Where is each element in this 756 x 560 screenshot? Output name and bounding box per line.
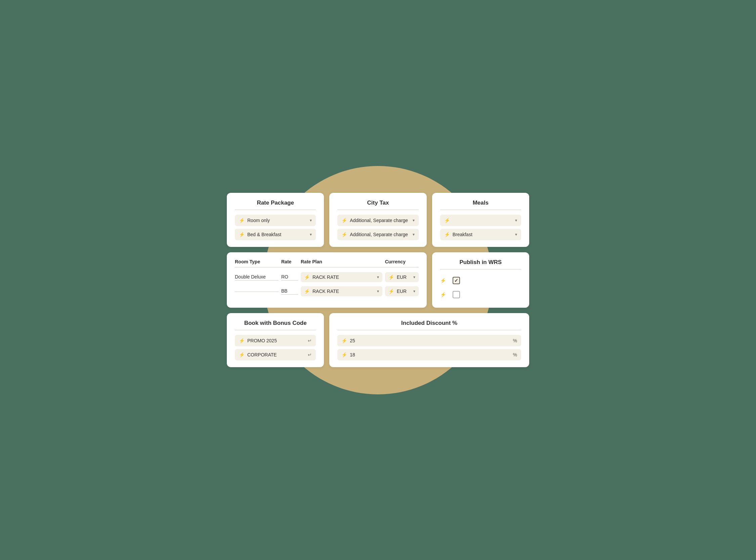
room-name-2 (235, 291, 279, 292)
chevron-down-icon-9: ▾ (377, 289, 379, 294)
chevron-down-icon-4: ▾ (413, 232, 415, 237)
city-tax-label-1: Additional, Separate charge (350, 218, 410, 223)
rate-plan-dropdown-1[interactable]: ⚡ RACK RATE ▾ (301, 272, 382, 282)
room-name-1: Double Deluxe (235, 274, 279, 280)
bolt-icon-9: ⚡ (304, 288, 310, 294)
bonus-code-row-2[interactable]: ⚡ CORPORATE ↵ (235, 349, 316, 360)
meals-row-1[interactable]: ⚡ ▾ (440, 215, 521, 226)
discount-row-2[interactable]: ⚡ 18 % (337, 349, 521, 360)
currency-label-1: EUR (397, 275, 411, 280)
bolt-icon-12: ⚡ (440, 292, 446, 297)
bolt-icon-16: ⚡ (341, 352, 347, 357)
rate-plan-label-2: RACK RATE (313, 288, 374, 294)
currency-dropdown-2[interactable]: ⚡ EUR ▾ (385, 286, 419, 296)
room-table-row-2: BB ⚡ RACK RATE ▾ ⚡ EUR ▾ (235, 284, 419, 298)
city-tax-label-2: Additional, Separate charge (350, 232, 410, 237)
room-table-header: Room Type Rate Rate Plan Currency (235, 259, 419, 267)
rate-package-label-2: Bed & Breakfast (247, 232, 307, 237)
bolt-icon-7: ⚡ (304, 275, 310, 280)
chevron-down-icon-6: ▾ (515, 232, 517, 237)
room-table-row-1: Double Deluxe RO ⚡ RACK RATE ▾ ⚡ EUR ▾ (235, 270, 419, 284)
rate-package-row-1[interactable]: ⚡ Room only ▾ (235, 215, 316, 226)
enter-icon-2: ↵ (308, 352, 312, 357)
outer-wrapper: Rate Package ⚡ Room only ▾ ⚡ Bed & Break… (227, 163, 529, 398)
rate-package-card: Rate Package ⚡ Room only ▾ ⚡ Bed & Break… (227, 193, 324, 247)
publish-row-1: ⚡ (440, 274, 521, 287)
col-room-type: Room Type (235, 259, 279, 264)
meals-title: Meals (440, 200, 521, 210)
plan-code-2: BB (281, 288, 298, 295)
rate-package-label-1: Room only (247, 218, 307, 223)
col-rate-plan: Rate Plan (301, 259, 382, 264)
chevron-down-icon-5: ▾ (515, 218, 517, 223)
currency-dropdown-1[interactable]: ⚡ EUR ▾ (385, 272, 419, 282)
discount-card: Included Discount % ⚡ 25 % ⚡ 18 % (329, 313, 529, 367)
bonus-code-label-2: CORPORATE (247, 352, 308, 357)
col-currency: Currency (385, 259, 419, 264)
checkbox-checked[interactable] (453, 277, 460, 284)
plan-code-1: RO (281, 274, 298, 280)
percent-sign-2: % (513, 352, 517, 357)
bolt-icon-4: ⚡ (341, 232, 347, 237)
city-tax-card: City Tax ⚡ Additional, Separate charge ▾… (329, 193, 426, 247)
publish-wrs-title: Publish in WRS (440, 259, 521, 269)
meals-card: Meals ⚡ ▾ ⚡ Breakfast ▾ (432, 193, 529, 247)
checkbox-unchecked[interactable] (453, 291, 460, 298)
publish-wrs-card: Publish in WRS ⚡ ⚡ (432, 252, 529, 308)
room-type-card: Room Type Rate Rate Plan Currency Double… (227, 252, 427, 308)
bolt-icon-6: ⚡ (444, 232, 450, 237)
bolt-icon-14: ⚡ (239, 352, 245, 357)
bolt-icon-1: ⚡ (239, 218, 245, 223)
publish-row-2: ⚡ (440, 288, 521, 301)
bolt-icon-3: ⚡ (341, 218, 347, 223)
main-layout: Rate Package ⚡ Room only ▾ ⚡ Bed & Break… (227, 193, 529, 367)
bolt-icon-15: ⚡ (341, 338, 347, 343)
bolt-icon-2: ⚡ (239, 232, 245, 237)
room-table: Room Type Rate Rate Plan Currency Double… (235, 259, 419, 298)
city-tax-row-1[interactable]: ⚡ Additional, Separate charge ▾ (337, 215, 418, 226)
discount-title: Included Discount % (337, 320, 521, 330)
rate-package-title: Rate Package (235, 200, 316, 210)
chevron-down-icon-7: ▾ (377, 275, 379, 280)
bolt-icon-5: ⚡ (444, 218, 450, 223)
city-tax-row-2[interactable]: ⚡ Additional, Separate charge ▾ (337, 229, 418, 240)
discount-value-2: 18 (350, 352, 513, 357)
rate-plan-label-1: RACK RATE (313, 275, 374, 280)
chevron-down-icon-10: ▾ (413, 289, 415, 294)
chevron-down-icon-8: ▾ (413, 275, 415, 280)
bolt-icon-13: ⚡ (239, 338, 245, 343)
col-rate: Rate (281, 259, 298, 264)
discount-value-1: 25 (350, 338, 513, 343)
bolt-icon-8: ⚡ (389, 275, 394, 280)
currency-label-2: EUR (397, 288, 411, 294)
bolt-icon-10: ⚡ (389, 288, 394, 294)
rate-package-row-2[interactable]: ⚡ Bed & Breakfast ▾ (235, 229, 316, 240)
bolt-icon-11: ⚡ (440, 278, 446, 283)
percent-sign-1: % (513, 338, 517, 343)
discount-row-1[interactable]: ⚡ 25 % (337, 335, 521, 346)
meals-row-2[interactable]: ⚡ Breakfast ▾ (440, 229, 521, 240)
bonus-code-title: Book with Bonus Code (235, 320, 316, 330)
meals-label-2: Breakfast (453, 232, 512, 237)
enter-icon-1: ↵ (308, 338, 312, 343)
rate-plan-dropdown-2[interactable]: ⚡ RACK RATE ▾ (301, 286, 382, 296)
chevron-down-icon-3: ▾ (413, 218, 415, 223)
chevron-down-icon-1: ▾ (310, 218, 312, 223)
bonus-code-row-1[interactable]: ⚡ PROMO 2025 ↵ (235, 335, 316, 346)
bonus-code-label-1: PROMO 2025 (247, 338, 308, 343)
bonus-code-card: Book with Bonus Code ⚡ PROMO 2025 ↵ ⚡ CO… (227, 313, 324, 367)
city-tax-title: City Tax (337, 200, 418, 210)
chevron-down-icon-2: ▾ (310, 232, 312, 237)
